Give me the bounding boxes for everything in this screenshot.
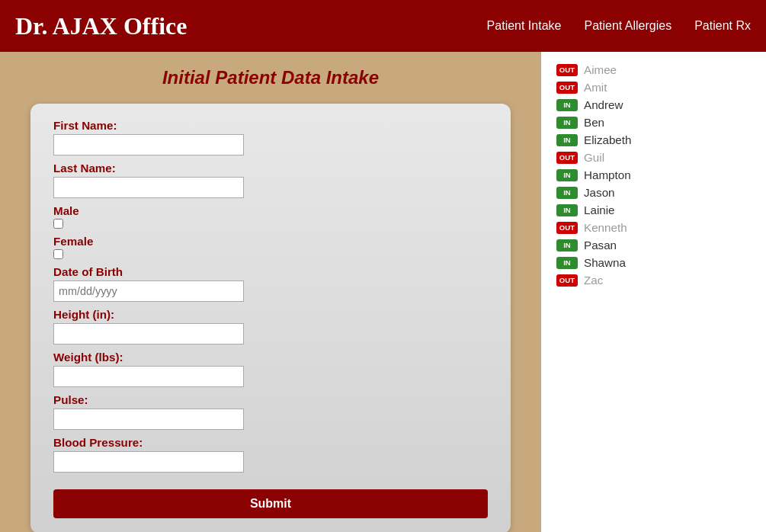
pulse-group: Pulse:	[53, 393, 488, 430]
list-item[interactable]: INLainie	[556, 204, 751, 216]
status-badge-out: OUT	[556, 82, 578, 94]
female-checkbox[interactable]	[53, 249, 63, 259]
height-label: Height (in):	[53, 308, 488, 321]
patient-name: Aimee	[584, 63, 617, 76]
weight-label: Weight (lbs):	[53, 351, 488, 364]
main-nav: Patient Intake Patient Allergies Patient…	[487, 19, 751, 33]
height-input[interactable]	[53, 323, 244, 345]
list-item[interactable]: INShawna	[556, 256, 751, 269]
male-label: Male	[53, 204, 488, 217]
list-item[interactable]: OUTAmit	[556, 81, 751, 94]
dob-label: Date of Birth	[53, 265, 488, 278]
status-badge-in: IN	[556, 257, 578, 269]
status-badge-in: IN	[556, 169, 578, 181]
list-item[interactable]: OUTKenneth	[556, 221, 751, 234]
female-checkbox-row	[53, 249, 488, 259]
submit-button[interactable]: Submit	[53, 489, 488, 518]
status-badge-in: IN	[556, 204, 578, 216]
patient-name: Pasan	[584, 239, 617, 252]
patient-name: Elizabeth	[584, 133, 631, 146]
patient-name: Shawna	[584, 256, 626, 269]
form-title: Initial Patient Data Intake	[30, 67, 511, 88]
last-name-label: Last Name:	[53, 162, 488, 175]
blood-pressure-label: Blood Pressure:	[53, 436, 488, 449]
weight-input[interactable]	[53, 366, 244, 387]
dob-input[interactable]	[53, 280, 244, 302]
list-item[interactable]: INElizabeth	[556, 133, 751, 146]
list-item[interactable]: INBen	[556, 116, 751, 129]
blood-pressure-input[interactable]	[53, 451, 244, 473]
patient-name: Ben	[584, 116, 604, 129]
list-item[interactable]: INPasan	[556, 239, 751, 252]
dob-group: Date of Birth	[53, 265, 488, 302]
patient-name: Guil	[584, 151, 604, 164]
list-item[interactable]: INJason	[556, 186, 751, 199]
list-item[interactable]: INHampton	[556, 168, 751, 181]
status-badge-in: IN	[556, 99, 578, 111]
status-badge-out: OUT	[556, 274, 578, 287]
patient-name: Zac	[584, 274, 603, 287]
status-badge-out: OUT	[556, 152, 578, 164]
first-name-label: First Name:	[53, 119, 488, 132]
nav-patient-intake[interactable]: Patient Intake	[487, 19, 562, 33]
list-item[interactable]: OUTZac	[556, 274, 751, 287]
male-checkbox[interactable]	[53, 219, 63, 229]
female-group: Female	[53, 235, 488, 259]
pulse-label: Pulse:	[53, 393, 488, 406]
patient-sidebar: OUTAimeeOUTAmitINAndrewINBenINElizabethO…	[541, 52, 766, 532]
last-name-input[interactable]	[53, 177, 244, 198]
nav-patient-rx[interactable]: Patient Rx	[694, 19, 751, 33]
status-badge-out: OUT	[556, 222, 578, 234]
male-checkbox-row	[53, 219, 488, 229]
patient-name: Hampton	[584, 168, 631, 181]
blood-pressure-group: Blood Pressure:	[53, 436, 488, 473]
status-badge-in: IN	[556, 117, 578, 129]
main-layout: Initial Patient Data Intake First Name: …	[0, 52, 766, 532]
patient-name: Andrew	[584, 98, 623, 111]
status-badge-in: IN	[556, 134, 578, 146]
list-item[interactable]: OUTAimee	[556, 63, 751, 76]
status-badge-in: IN	[556, 239, 578, 252]
first-name-input[interactable]	[53, 134, 244, 155]
nav-patient-allergies[interactable]: Patient Allergies	[584, 19, 671, 33]
weight-group: Weight (lbs):	[53, 351, 488, 387]
status-badge-in: IN	[556, 187, 578, 199]
status-badge-out: OUT	[556, 64, 578, 76]
height-group: Height (in):	[53, 308, 488, 345]
pulse-input[interactable]	[53, 409, 244, 430]
male-group: Male	[53, 204, 488, 229]
first-name-group: First Name:	[53, 119, 488, 155]
list-item[interactable]: INAndrew	[556, 98, 751, 111]
app-header: Dr. AJAX Office Patient Intake Patient A…	[0, 0, 766, 52]
patient-name: Amit	[584, 81, 607, 94]
last-name-group: Last Name:	[53, 162, 488, 198]
female-label: Female	[53, 235, 488, 248]
app-title: Dr. AJAX Office	[15, 12, 187, 40]
list-item[interactable]: OUTGuil	[556, 151, 751, 164]
patient-name: Jason	[584, 186, 615, 199]
form-area: Initial Patient Data Intake First Name: …	[0, 52, 541, 532]
patient-name: Kenneth	[584, 221, 627, 234]
form-card: First Name: Last Name: Male Female	[30, 104, 511, 532]
patient-name: Lainie	[584, 204, 615, 216]
